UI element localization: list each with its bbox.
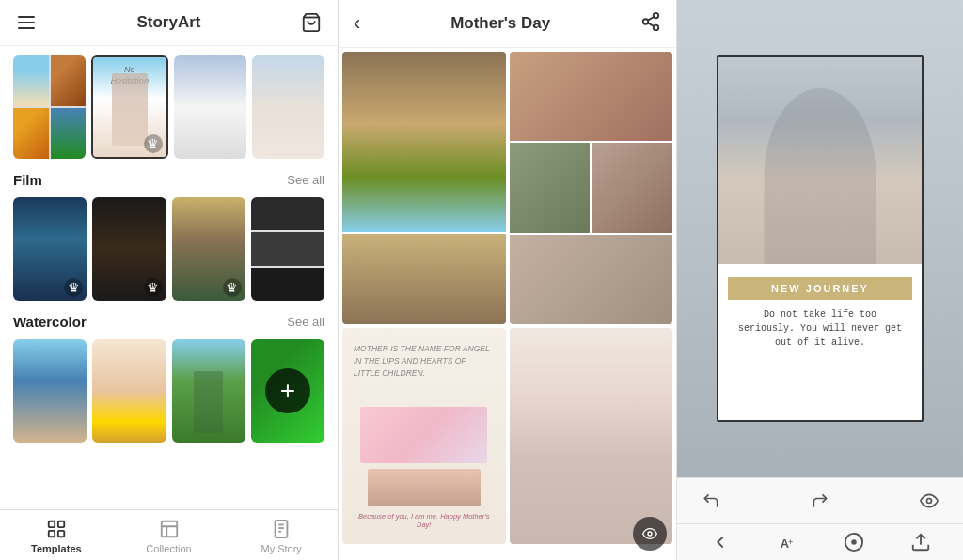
film-row: ♛ ♛ ♛ <box>13 197 324 301</box>
preview-text: NEW JOURNEY Do not take life too serious… <box>718 264 922 420</box>
thumb-1[interactable] <box>13 55 86 159</box>
svg-line-14 <box>648 17 654 21</box>
watercolor-title: Watercolor <box>13 314 87 330</box>
svg-text:+: + <box>787 537 792 547</box>
add-button[interactable]: + <box>265 368 310 413</box>
middle-grid: MOTHER IS THE NAME FOR ANGEL IN THE LIPS… <box>339 48 676 560</box>
thumb-2[interactable]: No Hesitation ♛ <box>91 55 167 159</box>
wc-thumb-2[interactable] <box>92 339 166 443</box>
preview-photo <box>718 57 922 264</box>
film-thumb-3[interactable]: ♛ <box>172 197 245 301</box>
middle-header: ‹ Mother's Day <box>339 0 676 48</box>
templates-icon <box>45 518 68 540</box>
grid-item-quote[interactable]: MOTHER IS THE NAME FOR ANGEL IN THE LIPS… <box>342 328 506 544</box>
film-section-header: Film See all <box>13 172 324 188</box>
cart-button[interactable] <box>300 11 323 34</box>
svg-rect-2 <box>58 521 64 527</box>
thumb-4[interactable] <box>252 55 324 159</box>
thumb-3[interactable] <box>174 55 246 159</box>
eye-preview-button[interactable] <box>914 486 944 516</box>
nav-templates[interactable]: Templates <box>0 510 113 560</box>
preview-quote: Do not take life too seriously. You will… <box>728 307 912 350</box>
middle-panel: ‹ Mother's Day M <box>339 0 677 560</box>
watercolor-row: + <box>13 339 324 443</box>
right-toolbar-bottom: A + <box>677 523 963 560</box>
film-thumb-1[interactable]: ♛ <box>13 197 87 301</box>
film-see-all[interactable]: See all <box>287 173 324 187</box>
preview-badge: NEW JOURNEY <box>728 277 912 300</box>
trending-row: No Hesitation ♛ <box>13 55 324 159</box>
svg-point-16 <box>927 499 932 504</box>
wc-thumb-4[interactable]: + <box>251 339 324 443</box>
svg-point-15 <box>648 532 652 536</box>
svg-rect-3 <box>49 531 55 537</box>
mystory-label: My Story <box>260 543 301 554</box>
svg-rect-5 <box>161 521 177 537</box>
svg-point-20 <box>851 539 857 545</box>
grid-item-3[interactable] <box>510 52 673 324</box>
watercolor-see-all[interactable]: See all <box>287 315 324 329</box>
share-button[interactable] <box>640 11 661 36</box>
menu-button[interactable] <box>15 11 38 34</box>
crown-icon: ♛ <box>144 134 163 153</box>
collection-icon <box>158 518 181 540</box>
back-button[interactable]: ‹ <box>354 11 360 36</box>
preview-area: NEW JOURNEY Do not take life too serious… <box>677 0 963 477</box>
crown-icon: ♛ <box>144 278 163 297</box>
text-size-button[interactable]: A + <box>777 532 797 552</box>
left-panel: StoryArt No Hesitation <box>0 0 339 560</box>
app-title: StoryArt <box>38 13 300 32</box>
nav-mystory[interactable]: My Story <box>225 510 338 560</box>
right-toolbar-top <box>677 477 963 523</box>
svg-line-13 <box>648 23 654 26</box>
collection-label: Collection <box>146 543 191 554</box>
bottom-nav: Templates Collection My Story <box>0 509 338 560</box>
svg-point-12 <box>654 25 659 30</box>
grid-item-4[interactable] <box>510 328 673 544</box>
crown-icon: ♛ <box>64 278 83 297</box>
right-panel: NEW JOURNEY Do not take life too serious… <box>677 0 963 560</box>
palette-button[interactable] <box>844 532 864 552</box>
undo-button[interactable] <box>696 486 726 516</box>
export-button[interactable] <box>910 532 931 552</box>
left-content: No Hesitation ♛ Film See all ♛ <box>0 46 338 509</box>
templates-label: Templates <box>31 543 82 554</box>
wc-thumb-3[interactable] <box>172 339 245 443</box>
middle-title: Mother's Day <box>450 14 550 33</box>
mystory-icon <box>270 518 292 540</box>
left-header: StoryArt <box>0 0 338 46</box>
back-nav-button[interactable] <box>710 532 731 552</box>
film-title: Film <box>13 172 42 188</box>
film-thumb-4[interactable] <box>251 197 324 301</box>
watercolor-section-header: Watercolor See all <box>13 314 324 330</box>
nav-collection[interactable]: Collection <box>113 510 226 560</box>
grid-item-1[interactable] <box>342 52 506 324</box>
film-thumb-2[interactable]: ♛ <box>92 197 166 301</box>
svg-rect-1 <box>49 521 55 527</box>
eye-button[interactable] <box>633 517 667 551</box>
svg-point-11 <box>643 19 649 24</box>
crown-icon: ♛ <box>223 278 242 297</box>
svg-rect-4 <box>58 531 64 537</box>
preview-frame: NEW JOURNEY Do not take life too serious… <box>717 55 924 422</box>
redo-button[interactable] <box>805 486 835 516</box>
wc-thumb-1[interactable] <box>13 339 87 443</box>
svg-point-10 <box>654 13 659 19</box>
